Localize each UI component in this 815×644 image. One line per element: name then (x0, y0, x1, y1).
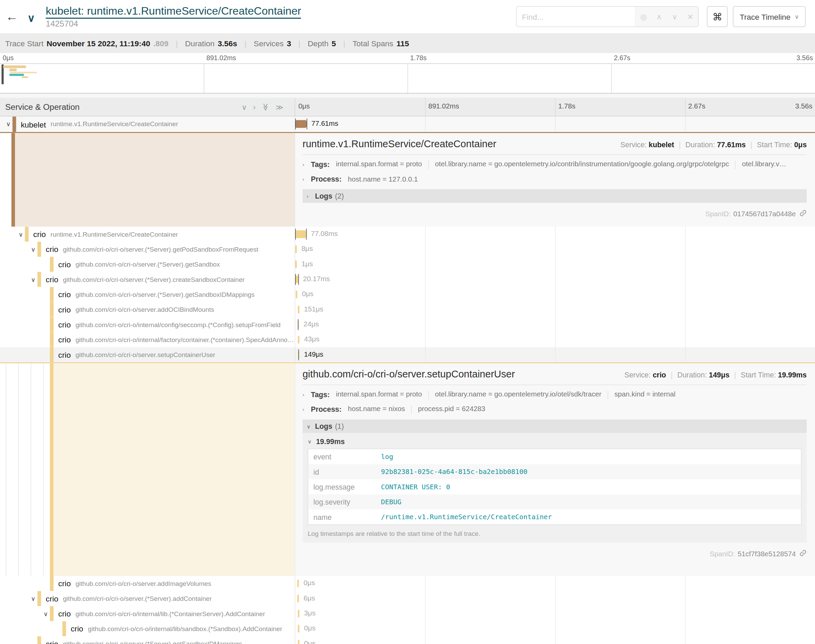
span-timeline-cell[interactable]: 77.61ms (295, 116, 815, 132)
prev-match-icon[interactable]: ∧ (651, 7, 667, 26)
jaeger-trace-view: ← ∨ kubelet: runtime.v1.RuntimeService/C… (0, 0, 815, 644)
span-duration-bar[interactable] (297, 595, 299, 603)
span-duration-bar[interactable] (298, 610, 300, 618)
header-right: ◎ ∧ ∨ ✕ ⌘ Trace Timeline ∨ (516, 6, 806, 27)
span-timeline-cell[interactable]: 0μs (295, 287, 815, 302)
span-timeline-cell[interactable]: 0μs (295, 621, 815, 636)
span-duration-bar[interactable] (298, 625, 300, 632)
row-chevron-down-icon[interactable]: ∨ (29, 276, 37, 283)
row-chevron-down-icon[interactable]: ∨ (29, 595, 37, 602)
span-timeline-cell[interactable]: 24μs (295, 317, 815, 332)
span-timeline-cell[interactable]: 0μs (295, 576, 815, 591)
span-duration-bar[interactable] (298, 306, 300, 313)
view-selector-button[interactable]: Trace Timeline ∨ (733, 6, 806, 27)
timeline-header: Service & Operation ∨ › ≫ ≫ ‖ 0μs 891.02… (0, 98, 815, 116)
expand-one-icon[interactable]: › (253, 103, 256, 111)
span-duration-bar[interactable] (298, 336, 300, 344)
timeline-ruler: 0μs 891.02ms 1.78s 2.67s 3.56s (295, 98, 815, 116)
find-input[interactable] (517, 7, 636, 26)
copy-link-icon[interactable] (800, 549, 806, 558)
span-row-name[interactable]: ∨kubeletruntime.v1.RuntimeService/Create… (0, 116, 295, 132)
span-row-name[interactable]: criogithub.com/cri-o/cri-o/server.setupC… (0, 347, 295, 362)
span-timeline-cell[interactable]: 20.17ms (295, 272, 815, 287)
detail2-color-bar (50, 363, 54, 576)
detail2-tags-row[interactable]: › Tags: internal.span.format = protootel… (303, 387, 807, 402)
span-timeline-cell[interactable]: 3μs (295, 606, 815, 621)
span-timeline-cell[interactable]: 77.08ms (295, 227, 815, 242)
depth-value: 5 (331, 39, 336, 48)
span-timeline-cell[interactable]: 8μs (295, 242, 815, 257)
detail1-logs-toggle[interactable]: › Logs(2) (303, 189, 807, 202)
services-value: 3 (286, 39, 291, 48)
minimap-span-bar (9, 69, 17, 71)
span-timeline-cell[interactable]: 151μs (295, 302, 815, 317)
service-name: crio (58, 609, 71, 618)
span-duration-bar[interactable] (295, 245, 297, 253)
trace-title-link[interactable]: kubelet: runtime.v1.RuntimeService/Creat… (46, 5, 301, 18)
log-entry-toggle[interactable]: ∨ 19.99ms (308, 434, 801, 448)
service-name: crio (33, 230, 46, 239)
span-row: ∨crioruntime.v1.RuntimeService/CreateCon… (0, 227, 815, 242)
detail1-process: host.name = 127.0.0.1 (348, 175, 418, 183)
span-row-name[interactable]: ∨criogithub.com/cri-o/cri-o/internal/lib… (0, 606, 295, 621)
detail1-color-bar (12, 133, 15, 227)
detail2-logs-toggle[interactable]: ∨ Logs(1) (303, 420, 807, 433)
detail1-process-row[interactable]: › Process: host.name = 127.0.0.1 (303, 172, 807, 186)
span-duration-bar[interactable] (295, 261, 297, 268)
span-row-name[interactable]: criogithub.com/cri-o/cri-o/server.addOCI… (0, 302, 295, 317)
span-timeline-cell[interactable]: 0μs (295, 636, 815, 644)
header: ← ∨ kubelet: runtime.v1.RuntimeService/C… (0, 0, 815, 34)
minimap-tick-0: 0μs (3, 54, 14, 62)
row-chevron-down-icon[interactable]: ∨ (41, 610, 50, 617)
collapse-trace-header-icon[interactable]: ∨ (24, 12, 38, 25)
span-timeline-cell[interactable]: 43μs (295, 332, 815, 347)
span-timeline-cell[interactable]: 6μs (295, 591, 815, 606)
collapse-all-icon[interactable]: ≫ (262, 103, 270, 110)
minimap-tick-3: 2.67s (614, 54, 630, 62)
service-color-bar (50, 576, 54, 591)
span-row-name[interactable]: ∨criogithub.com/cri-o/cri-o/server.(*Ser… (0, 242, 295, 257)
row-chevron-down-icon[interactable]: ∨ (4, 121, 12, 128)
minimap-tick-4: 3.56s (796, 54, 813, 62)
collapse-one-icon[interactable]: ∨ (241, 103, 247, 111)
span-row-name[interactable]: ∨criogithub.com/cri-o/cri-o/server.(*Ser… (0, 272, 295, 287)
span-duration-bar[interactable] (296, 291, 297, 299)
span-row: ∨criogithub.com/cri-o/cri-o/server.(*Ser… (0, 242, 815, 257)
span-row-name[interactable]: ∨crioruntime.v1.RuntimeService/CreateCon… (0, 227, 295, 242)
keyboard-shortcuts-button[interactable]: ⌘ (707, 6, 728, 27)
span-row-name[interactable]: criogithub.com/cri-o/cri-o/server.addIma… (0, 576, 295, 591)
span-duration-label: 3μs (304, 609, 316, 617)
detail1-service: kubelet (649, 140, 674, 149)
twistie-icon: ∨ (308, 438, 316, 444)
expand-all-icon[interactable]: ≫ (276, 103, 283, 111)
span-row-name[interactable]: criogithub.com/cri-o/cri-o/internal/fact… (0, 332, 295, 347)
log-field-value: DEBUG (381, 498, 401, 506)
detail2-process-row[interactable]: › Process: host.name = nixosprocess.pid … (303, 402, 807, 417)
back-arrow-icon[interactable]: ← (0, 9, 24, 24)
detail2-spanid-row: SpanID: 51cf7f38e5128574 (303, 547, 807, 560)
span-timeline-cell[interactable]: 149μs (295, 347, 815, 362)
detail1-tags-row[interactable]: › Tags: internal.span.format = protootel… (303, 157, 807, 172)
span-row-name[interactable]: criogithub.com/cri-o/cri-o/server.(*Serv… (0, 636, 295, 644)
tag-pill: otel.library.name = go.opentelemetry.io/… (435, 391, 602, 399)
span-duration-label: 0μs (302, 290, 314, 298)
span-row-name[interactable]: criogithub.com/cri-o/cri-o/internal/conf… (0, 317, 295, 332)
copy-link-icon[interactable] (800, 209, 806, 218)
span-duration-bar[interactable] (295, 120, 307, 128)
row-chevron-down-icon[interactable]: ∨ (17, 230, 25, 238)
span-row-name[interactable]: ∨criogithub.com/cri-o/cri-o/server.(*Ser… (0, 591, 295, 606)
span-row-name[interactable]: criogithub.com/cri-o/cri-o/internal/lib/… (0, 621, 295, 636)
span-row-name[interactable]: criogithub.com/cri-o/cri-o/server.(*Serv… (0, 287, 295, 302)
span-row-name[interactable]: criogithub.com/cri-o/cri-o/server.(*Serv… (0, 257, 295, 272)
locate-icon[interactable]: ◎ (636, 7, 651, 26)
detail2-title: github.com/cri-o/cri-o/server.setupConta… (303, 369, 515, 380)
row-chevron-down-icon[interactable]: ∨ (29, 245, 37, 253)
span-duration-bar[interactable] (297, 580, 299, 587)
span-duration-bar[interactable] (295, 230, 306, 238)
trace-minimap[interactable] (0, 64, 815, 94)
span-timeline-cell[interactable]: 1μs (295, 257, 815, 272)
detail1-tags: internal.span.format = protootel.library… (336, 160, 786, 169)
clear-find-icon[interactable]: ✕ (682, 7, 698, 26)
span-duration-bar[interactable] (298, 640, 300, 644)
next-match-icon[interactable]: ∨ (667, 7, 683, 26)
